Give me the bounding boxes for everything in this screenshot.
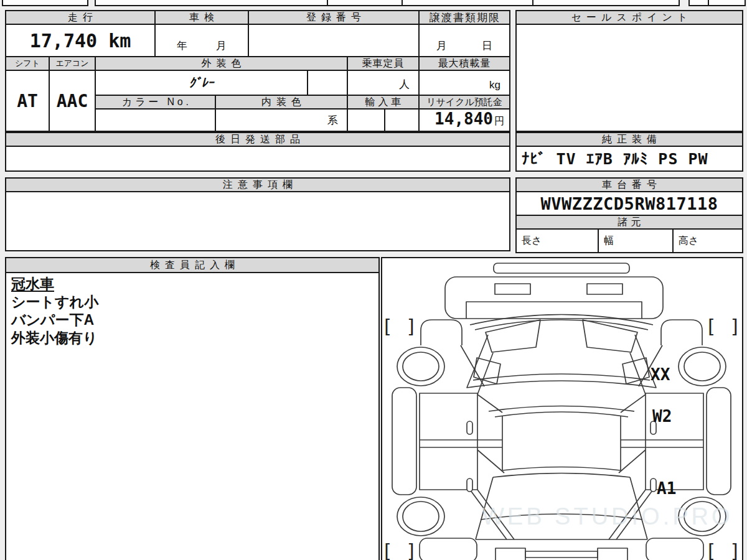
registration-value <box>248 24 420 57</box>
damage-label-w2: W2 <box>652 407 672 426</box>
inspection-month-unit: 月 <box>216 39 227 53</box>
auction-sheet: 走行 車検 登録番号 譲渡書類期限 17,740 km 年 月 月 日 シフト … <box>0 0 747 560</box>
left-doors <box>420 393 502 490</box>
import-car-value-a <box>347 108 385 132</box>
aircon-header: エアコン <box>49 56 96 71</box>
interior-color-header: 内装色 <box>215 95 348 110</box>
top-cutoff-cell <box>532 0 680 6</box>
exterior-color-subcell <box>307 70 348 96</box>
aircon-value: AAC <box>49 70 96 132</box>
bracket-icon: [ <box>708 315 715 337</box>
max-load-value: kg <box>418 70 510 96</box>
capacity-value: 人 <box>347 70 420 96</box>
bracket-icon: [ <box>384 315 392 337</box>
max-load-header: 最大積載量 <box>418 56 510 71</box>
spec-height-cell: 高さ <box>672 228 743 253</box>
transfer-deadline-value: 月 日 <box>418 24 510 57</box>
watermark-text: WEB STUDIO.PRO <box>482 503 733 530</box>
inspection-year-unit: 年 <box>177 39 187 53</box>
later-parts-header: 後日発送部品 <box>5 132 510 147</box>
bracket-icon: ] <box>731 540 738 560</box>
equipment-value: ﾅﾋﾞ TV ｴｱB ｱﾙﾐ PS PW <box>515 146 743 172</box>
color-no-value <box>95 108 216 132</box>
caution-notes-value <box>5 191 510 251</box>
color-no-header: カラー No. <box>95 95 216 110</box>
caution-notes-header: 注意事項欄 <box>5 177 510 192</box>
inspection-value: 年 月 <box>154 24 249 57</box>
chassis-number-value: WVWZZZCD5RW817118 <box>515 191 743 216</box>
car-diagram-box: WEB STUDIO.PRO [ ] [ ] [ ] [ ] XX W2 A1 <box>381 257 743 560</box>
top-cutoff-cell <box>95 0 328 6</box>
mileage-header: 走行 <box>5 10 156 25</box>
recycle-deposit-value: 14,840円 <box>418 108 510 132</box>
spec-length-cell: 長さ <box>515 228 599 253</box>
inspector-header: 検査員記入欄 <box>5 257 380 273</box>
capacity-header: 乗車定員 <box>347 56 420 71</box>
inspector-note-line: シートすれ小 <box>11 293 98 311</box>
sales-point-header: セールスポイント <box>515 10 743 25</box>
bracket-icon: ] <box>407 540 415 560</box>
shift-value: AT <box>5 70 50 132</box>
recycle-deposit-header: リサイクル預託金 <box>418 95 510 110</box>
later-parts-value <box>5 146 510 172</box>
transfer-deadline-header: 譲渡書類期限 <box>418 10 510 25</box>
inspector-note-line: 冠水車 <box>11 275 54 293</box>
exterior-color-header: 外装色 <box>95 56 348 71</box>
damage-label-a1: A1 <box>657 479 676 498</box>
inspector-notes: 冠水車 シートすれ小 バンパー下A 外装小傷有り <box>5 272 380 560</box>
specs-header: 諸元 <box>515 215 743 230</box>
bracket-icon: ] <box>407 315 415 337</box>
exterior-color-value: ｸﾞﾚｰ <box>95 70 308 96</box>
top-cutoff-cell <box>327 0 403 6</box>
sales-point-value <box>515 24 743 132</box>
bracket-icon: [ <box>384 540 392 560</box>
chassis-number-header: 車台番号 <box>515 177 743 192</box>
car-damage-diagram: WEB STUDIO.PRO [ ] [ ] [ ] [ ] XX W2 A1 <box>382 258 742 560</box>
inspector-note-line: 外装小傷有り <box>11 329 98 347</box>
inspector-note-line: バンパー下A <box>11 311 94 329</box>
shift-header: シフト <box>5 56 50 71</box>
inspection-header: 車検 <box>154 10 249 25</box>
top-cutoff-cell <box>402 0 533 6</box>
spec-width-cell: 幅 <box>598 228 674 253</box>
deadline-day-unit: 日 <box>482 39 492 53</box>
top-cutoff-cell <box>708 0 746 6</box>
deadline-month-unit: 月 <box>436 39 447 53</box>
door-handle-marks <box>467 421 656 492</box>
top-cutoff-cell <box>688 0 709 6</box>
import-car-value-b <box>384 108 420 132</box>
equipment-header: 純正装備 <box>515 132 743 147</box>
bracket-icon: [ <box>708 540 715 560</box>
import-car-header: 輸入車 <box>347 95 420 110</box>
bracket-icon: ] <box>731 315 738 337</box>
mileage-value: 17,740 km <box>5 24 156 57</box>
interior-color-value: 系 <box>215 108 348 132</box>
registration-header: 登録番号 <box>248 10 420 25</box>
damage-label-xx: XX <box>651 365 670 384</box>
top-cutoff-cell <box>2 0 88 6</box>
